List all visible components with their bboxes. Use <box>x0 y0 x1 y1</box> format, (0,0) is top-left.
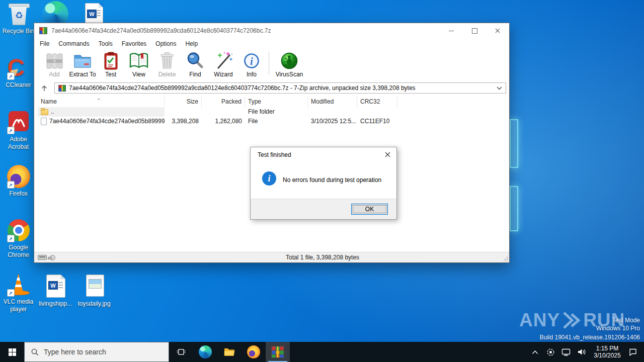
find-button[interactable]: Find <box>181 51 209 78</box>
address-combobox[interactable]: 7ae44a0606e74fa34cde274a0ed05b899992a9cd… <box>54 82 506 94</box>
resize-grip[interactable] <box>503 256 508 261</box>
dialog-close-button[interactable] <box>381 149 393 160</box>
extract-to-button[interactable]: Extract To <box>68 51 97 78</box>
add-archive-icon <box>44 51 64 71</box>
view-book-icon <box>129 51 149 71</box>
system-tray: 1:15 PM 3/10/2025 <box>529 342 644 362</box>
desktop-icon-label: Firefox <box>0 190 37 198</box>
column-header-size[interactable]: Size <box>165 97 202 107</box>
column-headers: ^ Name Size Packed Type Modified CRC32 <box>38 97 508 107</box>
wizard-button[interactable]: Wizard <box>209 51 237 78</box>
taskbar-7zip-button[interactable] <box>266 342 290 362</box>
table-row[interactable]: 7ae44a0606e74fa34cde274a0ed05b899992a...… <box>38 117 508 126</box>
7zip-archive-icon <box>58 84 66 92</box>
taskbar-clock[interactable]: 1:15 PM 3/10/2025 <box>591 345 623 359</box>
tray-sync-circle-icon[interactable] <box>544 342 556 362</box>
wallpaper-window-pane <box>510 119 518 168</box>
desktop-icon-recycle-bin[interactable]: ♻ Recycle Bin <box>0 2 37 35</box>
shortcut-arrow-icon: ↗ <box>7 181 15 189</box>
menu-commands[interactable]: Commands <box>54 40 94 47</box>
virusscan-icon <box>279 51 299 71</box>
info-button[interactable]: i Info <box>237 51 266 78</box>
file-icon <box>41 118 47 125</box>
column-header-name[interactable]: ^ Name <box>38 97 165 107</box>
action-center-icon[interactable] <box>627 342 639 362</box>
status-total-text: Total 1 file, 3,398,208 bytes <box>286 254 359 261</box>
add-button[interactable]: Add <box>40 51 68 78</box>
column-header-type[interactable]: Type <box>245 97 308 107</box>
table-row[interactable]: .. File folder <box>38 107 508 117</box>
view-button[interactable]: View <box>125 51 153 78</box>
column-header-packed[interactable]: Packed <box>202 97 245 107</box>
desktop-icon-google-chrome[interactable]: ↗ Google Chrome <box>0 218 37 259</box>
toolbar-separator <box>269 52 269 75</box>
taskbar-firefox-button[interactable] <box>242 342 266 362</box>
start-button[interactable] <box>0 342 24 362</box>
wallpaper-window-pane <box>510 186 518 231</box>
word-document-icon: W <box>43 275 67 299</box>
search-placeholder: Type here to search <box>44 348 106 356</box>
7zip-window: 7ae44a0606e74fa34cde274a0ed05b899992a9cd… <box>34 23 510 263</box>
clock-time: 1:15 PM <box>591 345 623 352</box>
taskbar-search-input[interactable]: Type here to search <box>24 342 169 362</box>
desktop-icon-label: livingshipp... <box>38 300 72 308</box>
menubar: File Commands Tools Favorites Options He… <box>34 38 509 49</box>
desktop-icon-firefox[interactable]: ↗ Firefox <box>0 164 37 198</box>
7zip-app-icon <box>271 345 284 358</box>
taskbar-explorer-button[interactable] <box>217 342 242 362</box>
extract-folder-icon <box>72 51 93 71</box>
status-drive-icon <box>50 255 55 260</box>
menu-file[interactable]: File <box>35 40 54 47</box>
desktop-icon-toysdaily-jpg[interactable]: toysdaily.jpg <box>74 275 114 308</box>
status-panel-icon <box>38 255 47 260</box>
titlebar[interactable]: 7ae44a0606e74fa34cde274a0ed05b899992a9cd… <box>34 23 509 38</box>
maximize-button[interactable] <box>463 23 486 38</box>
desktop-icon-livingshipp-doc[interactable]: W livingshipp... <box>38 275 72 308</box>
menu-options[interactable]: Options <box>151 40 181 47</box>
delete-button[interactable]: Delete <box>153 51 181 78</box>
image-file-icon <box>82 275 106 299</box>
desktop-icon-label: Adobe Acrobat <box>0 136 37 151</box>
shortcut-arrow-icon: ↗ <box>7 289 15 297</box>
taskbar-edge-button[interactable] <box>193 342 217 362</box>
dialog-titlebar[interactable]: Test finished <box>251 147 396 162</box>
tray-network-icon[interactable] <box>560 342 572 362</box>
close-icon <box>495 28 500 33</box>
shortcut-arrow-icon: ↗ <box>7 127 15 134</box>
info-icon: i <box>242 51 262 71</box>
taskbar: Type here to search <box>0 342 644 362</box>
chevron-down-icon[interactable] <box>497 86 502 90</box>
7zip-archive-icon <box>39 27 47 35</box>
tray-volume-icon[interactable] <box>576 342 588 362</box>
edge-icon <box>199 345 212 358</box>
info-circle-icon: i <box>262 171 276 186</box>
up-one-level-button[interactable] <box>37 82 51 94</box>
windows-logo-icon <box>9 348 16 356</box>
desktop-icon-adobe-acrobat[interactable]: ↗ Adobe Acrobat <box>0 110 37 151</box>
search-icon <box>31 348 39 356</box>
address-bar-row: 7ae44a0606e74fa34cde274a0ed05b899992a9cd… <box>34 82 509 94</box>
test-button[interactable]: Test <box>97 51 125 78</box>
menu-favorites[interactable]: Favorites <box>117 40 151 47</box>
ok-button[interactable]: OK <box>351 204 388 215</box>
column-header-modified[interactable]: Modified <box>308 97 357 107</box>
row-name: .. <box>51 107 54 117</box>
desktop-icon-ccleaner[interactable]: C ↗ CCleaner <box>0 56 37 89</box>
dialog-message: No errors found during test operation <box>283 176 381 184</box>
firefox-icon <box>247 345 260 358</box>
column-header-crc32[interactable]: CRC32 <box>357 97 397 107</box>
desktop-icon-label: Google Chrome <box>0 244 37 259</box>
row-size: 3,398,208 <box>165 117 202 126</box>
menu-help[interactable]: Help <box>181 40 202 47</box>
task-view-icon <box>177 348 186 356</box>
close-button[interactable] <box>486 23 509 38</box>
minimize-button[interactable] <box>440 23 463 38</box>
menu-tools[interactable]: Tools <box>94 40 117 47</box>
ccleaner-icon: C ↗ <box>7 56 31 80</box>
virusscan-button[interactable]: VirusScan <box>273 51 305 78</box>
tray-chevron-up-icon[interactable] <box>529 342 541 362</box>
clock-date: 3/10/2025 <box>591 352 623 359</box>
desktop-icon-vlc[interactable]: ↗ VLC media player <box>0 273 37 313</box>
task-view-button[interactable] <box>169 342 193 362</box>
test-clipboard-icon <box>101 51 121 71</box>
